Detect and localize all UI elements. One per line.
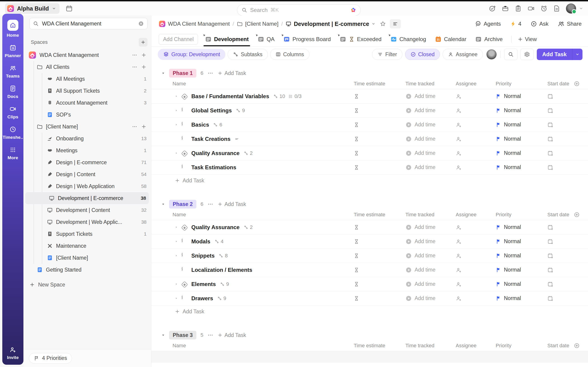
add-task-button[interactable]: Add Task bbox=[537, 49, 582, 60]
ask-button[interactable]: Ask bbox=[531, 21, 548, 27]
bolt-counter[interactable]: 4 bbox=[510, 21, 521, 27]
assignee-cell[interactable] bbox=[452, 122, 492, 128]
group-badge[interactable]: Phase 1 bbox=[169, 69, 196, 77]
group-add-task-button[interactable]: Add Task bbox=[217, 201, 246, 207]
start-date-cell[interactable] bbox=[544, 108, 572, 114]
priority-cell[interactable]: Normal bbox=[492, 93, 544, 99]
ellipsis-icon[interactable] bbox=[208, 70, 213, 76]
task-row[interactable]: Drawers 9 Add time Normal bbox=[151, 291, 588, 306]
expand-task-icon[interactable] bbox=[174, 152, 179, 155]
task-status-todo-icon[interactable] bbox=[181, 108, 187, 114]
priority-cell[interactable]: Normal bbox=[492, 107, 544, 114]
task-status-todo-icon[interactable] bbox=[181, 165, 187, 170]
priority-cell[interactable]: Normal bbox=[492, 164, 544, 170]
time-estimate-cell[interactable] bbox=[350, 239, 402, 244]
filter-button[interactable]: Filter bbox=[372, 49, 402, 60]
task-name[interactable]: Task Creations bbox=[191, 136, 230, 142]
time-tracked-cell[interactable]: Add time bbox=[402, 281, 452, 287]
sidebar-item-folder[interactable]: [Client Name] bbox=[23, 121, 151, 133]
task-row[interactable]: Quality Assurance 2 Add time Normal bbox=[151, 146, 588, 160]
assignee-cell[interactable] bbox=[452, 239, 492, 244]
rail-item-home[interactable]: Home bbox=[7, 20, 19, 38]
add-column-button[interactable] bbox=[572, 212, 588, 218]
breadcrumb-list[interactable]: Development | E-commerce bbox=[285, 21, 376, 27]
task-name[interactable]: Base / Fundamental Variables bbox=[191, 93, 269, 100]
task-name[interactable]: Task Estimations bbox=[191, 164, 236, 171]
start-date-cell[interactable] bbox=[544, 122, 572, 128]
start-date-cell[interactable] bbox=[544, 267, 572, 273]
workload-button[interactable] bbox=[502, 5, 509, 12]
task-row[interactable]: Base / Fundamental Variables 10 0/3 Add … bbox=[151, 89, 588, 103]
start-date-cell[interactable] bbox=[544, 281, 572, 287]
time-tracked-cell[interactable]: Add time bbox=[402, 267, 452, 273]
add-task-dropdown[interactable] bbox=[572, 49, 582, 60]
time-estimate-cell[interactable] bbox=[350, 108, 402, 113]
time-tracked-cell[interactable]: Add time bbox=[402, 150, 452, 156]
task-status-todo-icon[interactable] bbox=[181, 295, 187, 301]
rail-item-timesheets[interactable]: Timeshe.. bbox=[2, 126, 23, 140]
rail-item-docs[interactable]: Docs bbox=[7, 85, 18, 99]
time-estimate-cell[interactable] bbox=[350, 253, 402, 259]
priority-cell[interactable]: Normal bbox=[492, 252, 544, 259]
time-tracked-cell[interactable]: Add time bbox=[402, 122, 452, 128]
ellipsis-icon[interactable] bbox=[132, 52, 137, 58]
sidebar-item-list[interactable]: Development | Content 32 bbox=[23, 204, 151, 216]
time-tracked-cell[interactable]: Add time bbox=[402, 295, 452, 302]
start-date-cell[interactable] bbox=[544, 224, 572, 230]
start-date-cell[interactable] bbox=[544, 93, 572, 99]
task-status-milestone-icon[interactable] bbox=[181, 281, 187, 287]
reminders-button[interactable] bbox=[540, 5, 548, 12]
ellipsis-icon[interactable] bbox=[132, 64, 137, 70]
task-name[interactable]: Localization / Elements bbox=[191, 267, 252, 273]
time-tracked-cell[interactable]: Add time bbox=[402, 107, 452, 114]
task-name[interactable]: Quality Assurance bbox=[191, 224, 240, 231]
expand-task-icon[interactable] bbox=[174, 297, 179, 300]
new-task-button[interactable] bbox=[489, 5, 496, 12]
collapse-group-icon[interactable] bbox=[162, 202, 165, 206]
sidebar-item-list[interactable]: Design | Web Application 58 bbox=[23, 180, 151, 192]
sidebar-item-list[interactable]: Design | E-commerce 71 bbox=[23, 156, 151, 168]
task-row[interactable]: Localization / Elements Add time Normal bbox=[151, 263, 588, 277]
time-estimate-cell[interactable] bbox=[350, 225, 402, 230]
view-settings-button[interactable] bbox=[520, 49, 534, 60]
sidebar-item-list[interactable]: Meetings 1 bbox=[23, 144, 151, 156]
add-column-button[interactable] bbox=[572, 343, 588, 349]
expand-task-icon[interactable] bbox=[174, 226, 179, 229]
priority-cell[interactable]: Normal bbox=[492, 281, 544, 287]
tab-archive[interactable]: Archive bbox=[475, 32, 502, 46]
expand-task-icon[interactable] bbox=[174, 109, 179, 112]
time-estimate-cell[interactable] bbox=[350, 122, 402, 127]
group-add-task-button[interactable]: Add Task bbox=[217, 70, 246, 76]
tab-exceeded[interactable]: Exceeded bbox=[339, 32, 381, 46]
calendar-button[interactable] bbox=[65, 5, 73, 12]
task-name[interactable]: Elements bbox=[191, 281, 216, 287]
rail-item-clips[interactable]: Clips bbox=[7, 106, 18, 119]
expand-task-icon[interactable] bbox=[174, 254, 179, 257]
plus-icon[interactable] bbox=[141, 64, 147, 70]
new-space-button[interactable]: New Space bbox=[23, 279, 151, 290]
assignee-cell[interactable] bbox=[452, 295, 492, 301]
assignee-filter-button[interactable]: Assignee bbox=[443, 49, 483, 60]
group-add-task-button[interactable]: Add Task bbox=[217, 332, 246, 338]
task-row[interactable]: Modals 4 Add time Normal bbox=[151, 234, 588, 249]
task-status-todo-icon[interactable] bbox=[181, 122, 187, 128]
sidebar-item-doc[interactable]: SOP's bbox=[23, 109, 151, 121]
plus-icon[interactable] bbox=[141, 52, 147, 58]
assignee-cell[interactable] bbox=[452, 165, 492, 170]
tab-qa[interactable]: QA bbox=[258, 32, 275, 46]
ellipsis-icon[interactable] bbox=[208, 332, 213, 338]
ai-button[interactable] bbox=[350, 7, 356, 13]
sidebar-item-list-selected[interactable]: Development | E-commerce 38 bbox=[25, 192, 149, 204]
assignee-cell[interactable] bbox=[452, 150, 492, 156]
ellipsis-icon[interactable] bbox=[132, 124, 137, 129]
group-by-button[interactable]: Group: Development bbox=[158, 49, 225, 60]
priority-cell[interactable]: Normal bbox=[492, 267, 544, 273]
time-tracked-cell[interactable]: Add time bbox=[402, 164, 452, 171]
time-estimate-cell[interactable] bbox=[350, 136, 402, 142]
tab-changelog[interactable]: Changelog bbox=[390, 32, 426, 46]
share-button[interactable]: Share bbox=[558, 20, 582, 27]
time-estimate-cell[interactable] bbox=[350, 94, 402, 99]
task-row[interactable]: Global Settings 9 Add time Normal bbox=[151, 103, 588, 118]
time-estimate-cell[interactable] bbox=[350, 282, 402, 287]
plus-icon[interactable] bbox=[141, 124, 147, 129]
